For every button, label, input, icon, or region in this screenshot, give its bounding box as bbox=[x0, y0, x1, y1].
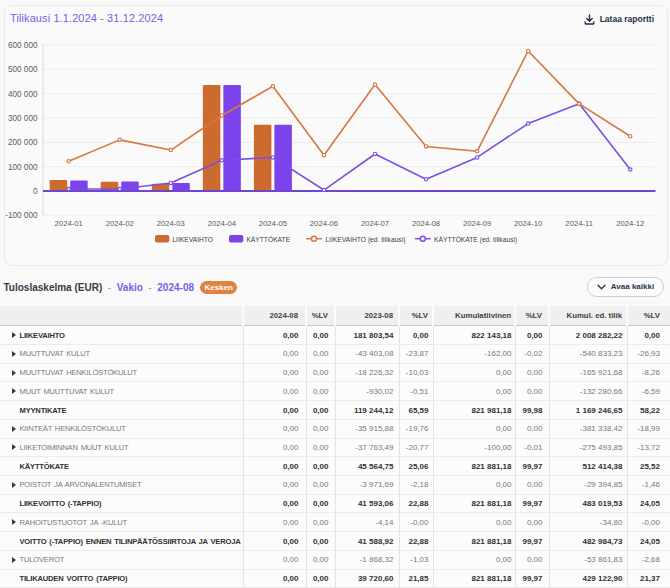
svg-text:0: 0 bbox=[33, 187, 38, 196]
svg-text:KÄYTTÖKATE: KÄYTTÖKATE bbox=[246, 236, 290, 243]
svg-text:KÄYTTÖKATE (ed. tilikausi): KÄYTTÖKATE (ed. tilikausi) bbox=[434, 236, 517, 244]
svg-text:2024-06: 2024-06 bbox=[310, 219, 338, 228]
svg-text:2024-04: 2024-04 bbox=[208, 219, 237, 228]
svg-text:LIIKEVAIHTO: LIIKEVAIHTO bbox=[172, 236, 213, 243]
svg-text:300 000: 300 000 bbox=[8, 114, 38, 123]
svg-text:2024-02: 2024-02 bbox=[106, 219, 134, 228]
svg-text:2024-03: 2024-03 bbox=[157, 219, 185, 228]
svg-text:2024-10: 2024-10 bbox=[514, 219, 542, 228]
svg-text:2024-12: 2024-12 bbox=[616, 219, 644, 228]
svg-text:LIIKEVAIHTO (ed. tilikausi): LIIKEVAIHTO (ed. tilikausi) bbox=[325, 236, 405, 244]
svg-text:2024-01: 2024-01 bbox=[55, 219, 83, 228]
svg-text:2024-05: 2024-05 bbox=[259, 219, 287, 228]
svg-text:2024-11: 2024-11 bbox=[565, 219, 593, 228]
svg-text:-100 000: -100 000 bbox=[5, 211, 38, 220]
svg-text:500 000: 500 000 bbox=[8, 65, 38, 74]
svg-text:100 000: 100 000 bbox=[8, 163, 38, 172]
svg-text:2024-09: 2024-09 bbox=[463, 219, 491, 228]
svg-text:2024-08: 2024-08 bbox=[412, 219, 440, 228]
svg-text:200 000: 200 000 bbox=[8, 138, 38, 147]
svg-text:400 000: 400 000 bbox=[8, 90, 38, 99]
svg-text:600 000: 600 000 bbox=[8, 41, 38, 50]
svg-text:2024-07: 2024-07 bbox=[361, 219, 389, 228]
